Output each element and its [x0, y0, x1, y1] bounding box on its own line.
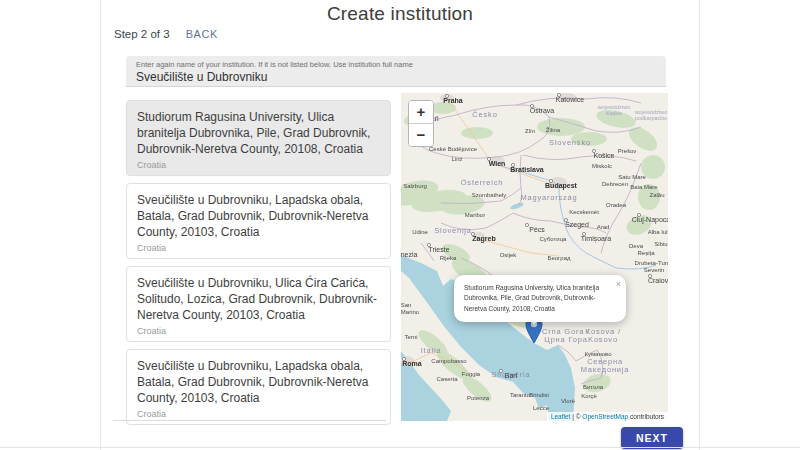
zoom-out-button[interactable]: − — [409, 124, 433, 146]
svg-text:Zalău: Zalău — [649, 192, 664, 198]
svg-text:Kosovo: Kosovo — [588, 335, 618, 344]
svg-text:Lecce: Lecce — [533, 405, 550, 411]
svg-text:Alba Iulia: Alba Iulia — [648, 229, 668, 235]
svg-text:podkarpackie: podkarpackie — [635, 115, 668, 121]
map-canvas[interactable]: PrahaKatowiceOstravaČeskoPlzeňZlínŽilina… — [401, 93, 668, 421]
institution-result-1[interactable]: Studiorum Ragusina University, Ulica bra… — [126, 100, 391, 176]
leaflet-link[interactable]: Leaflet — [551, 413, 571, 420]
svg-text:Osijek: Osijek — [500, 252, 518, 258]
svg-text:Bari: Bari — [505, 372, 518, 379]
svg-text:Prešov: Prešov — [618, 148, 637, 154]
back-button[interactable]: BACK — [186, 28, 218, 40]
svg-text:Slovenija: Slovenija — [434, 226, 472, 235]
next-button[interactable]: NEXT — [621, 427, 683, 449]
svg-text:Pécs: Pécs — [529, 226, 545, 233]
attribution-separator: | © — [570, 413, 582, 420]
svg-text:Sibiu: Sibiu — [654, 241, 667, 247]
svg-text:Reșița: Reșița — [637, 250, 655, 256]
svg-text:Campobasso: Campobasso — [431, 358, 467, 364]
institution-results-list: Studiorum Ragusina University, Ulica bra… — [126, 100, 391, 432]
svg-text:Craiova: Craiova — [648, 277, 668, 284]
list-bottom-divider — [113, 420, 386, 421]
step-indicator: Step 2 of 3BACK — [114, 28, 218, 40]
svg-text:Terni: Terni — [404, 334, 417, 340]
result-title: Sveučilište u Dubrovniku, Lapadska obala… — [137, 358, 380, 406]
institution-result-3[interactable]: Sveučilište u Dubrovniku, Ulica Ćira Car… — [126, 266, 391, 342]
openstreetmap-link[interactable]: OpenStreetMap — [582, 413, 628, 420]
map-zoom-control: + − — [408, 100, 434, 147]
institution-name-label: Enter again name of your institution. If… — [136, 60, 656, 69]
svg-text:śląskie: śląskie — [606, 110, 623, 116]
svg-text:Marino: Marino — [401, 309, 420, 315]
result-country: Croatia — [137, 409, 380, 419]
svg-text:Korçë: Korçë — [581, 393, 597, 399]
result-country: Croatia — [137, 326, 380, 336]
institution-result-2[interactable]: Sveučilište u Dubrovniku, Lapadska obala… — [126, 183, 391, 259]
result-country: Croatia — [137, 160, 380, 170]
svg-text:Суботица: Суботица — [540, 236, 568, 242]
svg-text:Zlín: Zlín — [525, 128, 535, 134]
svg-text:Miskolc: Miskolc — [592, 163, 612, 169]
result-title: Studiorum Ragusina University, Ulica bra… — [137, 109, 380, 157]
svg-text:Italia: Italia — [421, 346, 442, 355]
svg-text:Битола: Битола — [583, 384, 604, 390]
svg-text:České Budějovice: České Budějovice — [429, 146, 478, 152]
svg-text:Baia Mare: Baia Mare — [630, 184, 658, 190]
step-label: Step 2 of 3 — [114, 28, 170, 40]
map-popup-text: Studiorum Ragusina University, Ulica bra… — [464, 284, 599, 312]
svg-text:Debrecen: Debrecen — [602, 181, 628, 187]
svg-text:Salzburg: Salzburg — [403, 183, 427, 189]
svg-text:Linz: Linz — [451, 156, 462, 162]
svg-text:San: San — [401, 302, 411, 308]
svg-text:Kecskemét: Kecskemét — [569, 209, 599, 215]
result-title: Sveučilište u Dubrovniku, Lapadska obala… — [137, 192, 380, 240]
map-popup: Studiorum Ragusina University, Ulica bra… — [454, 275, 626, 322]
svg-text:Македонија: Македонија — [581, 365, 630, 374]
svg-text:Arad: Arad — [597, 224, 610, 230]
svg-text:Katowice: Katowice — [556, 96, 585, 103]
institution-name-value[interactable]: Sveučilište u Dubrovniku — [136, 70, 656, 85]
svg-text:Praha: Praha — [443, 97, 463, 104]
svg-text:Severin: Severin — [644, 267, 664, 273]
leaflet-map[interactable]: PrahaKatowiceOstravaČeskoPlzeňZlínŽilina… — [401, 93, 668, 421]
institution-name-field[interactable]: Enter again name of your institution. If… — [126, 56, 666, 87]
svg-text:Szombathely: Szombathely — [472, 192, 507, 198]
svg-text:Taranto: Taranto — [510, 392, 531, 398]
svg-text:Timișoara: Timișoara — [581, 235, 612, 243]
svg-text:Ostrava: Ostrava — [530, 107, 555, 114]
svg-text:Žilina: Žilina — [546, 126, 561, 133]
svg-text:Foggia: Foggia — [462, 371, 481, 377]
bottom-divider — [0, 447, 800, 448]
svg-text:Rijeka: Rijeka — [440, 255, 457, 261]
svg-text:Oradea: Oradea — [606, 202, 627, 208]
svg-text:Magyarország: Magyarország — [520, 193, 577, 202]
svg-text:Београд: Београд — [548, 255, 571, 261]
svg-text:Deva: Deva — [629, 243, 644, 249]
svg-text:Zagreb: Zagreb — [472, 235, 495, 243]
svg-text:Trieste: Trieste — [428, 246, 449, 253]
svg-text:Roma: Roma — [402, 360, 422, 367]
svg-text:Österreich: Österreich — [461, 178, 504, 187]
zoom-in-button[interactable]: + — [409, 101, 433, 124]
svg-text:Slovensko: Slovensko — [549, 138, 591, 147]
result-title: Sveučilište u Dubrovniku, Ulica Ćira Car… — [137, 275, 380, 323]
institution-result-4[interactable]: Sveučilište u Dubrovniku, Lapadska obala… — [126, 349, 391, 425]
svg-text:Brindisi: Brindisi — [529, 392, 549, 398]
svg-text:Česko: Česko — [472, 110, 497, 119]
svg-text:Црна Гора: Црна Гора — [544, 335, 587, 344]
svg-text:Wien: Wien — [489, 160, 506, 167]
svg-text:Venezia: Venezia — [401, 251, 418, 258]
content-column: Create institution Step 2 of 3BACK Enter… — [100, 0, 700, 450]
svg-text:Satu Mare: Satu Mare — [618, 174, 646, 180]
page-title: Create institution — [101, 3, 699, 25]
svg-text:Košice: Košice — [593, 152, 614, 159]
popup-close-icon[interactable]: × — [616, 277, 621, 291]
svg-text:Budapest: Budapest — [545, 182, 578, 190]
svg-text:Udine: Udine — [412, 229, 428, 235]
svg-text:Maribor: Maribor — [465, 212, 485, 218]
svg-text:Cluj-Napoca: Cluj-Napoca — [632, 216, 668, 224]
map-attribution: Leaflet | © OpenStreetMap contributors — [547, 412, 668, 421]
svg-text:Potenza: Potenza — [467, 395, 490, 401]
svg-text:Drobeta-Turnu: Drobeta-Turnu — [635, 260, 668, 266]
svg-text:Vlorë: Vlorë — [561, 398, 576, 404]
